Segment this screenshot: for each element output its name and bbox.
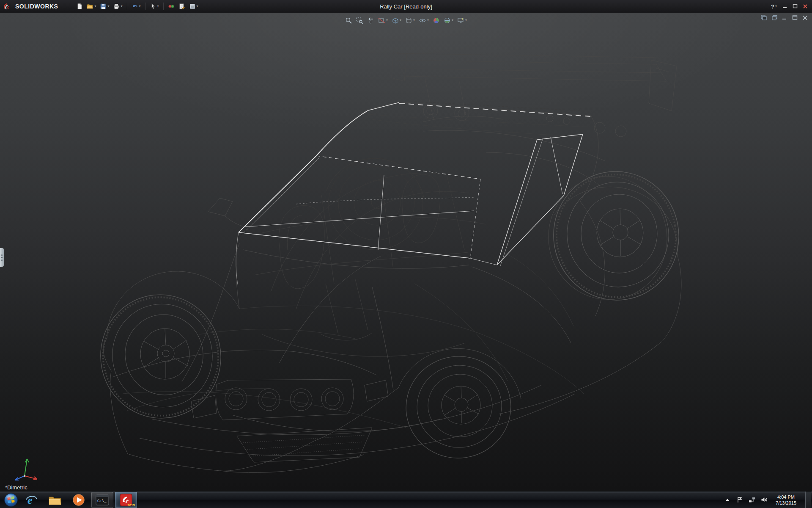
system-tray: 4:04 PM 7/13/2015 — [723, 491, 812, 508]
windows-start-icon — [4, 493, 18, 507]
zoom-to-area-button[interactable] — [355, 15, 364, 26]
doc-close-button[interactable] — [802, 15, 808, 20]
solidworks-logo: SOLIDWORKS — [0, 3, 64, 10]
display-style-icon — [405, 17, 412, 24]
flag-icon — [737, 497, 743, 503]
save-button[interactable]: ▾ — [99, 1, 110, 11]
network-button[interactable] — [748, 494, 756, 505]
svg-text:e: e — [27, 494, 33, 506]
chevron-down-icon: ▾ — [107, 5, 109, 8]
new-document-icon — [76, 3, 83, 10]
command-prompt-icon: C:\_ — [96, 494, 109, 505]
undo-button[interactable]: ▾ — [130, 1, 142, 11]
featuremanager-splitter-handle[interactable] — [0, 248, 4, 267]
solidworks-logo-icon — [3, 3, 13, 10]
chevron-down-icon: ▾ — [465, 19, 467, 22]
view-settings-button[interactable]: ▾ — [456, 15, 468, 26]
taskbar-item-command-prompt[interactable]: C:\_ — [91, 492, 113, 508]
apply-scene-button[interactable]: ▾ — [443, 15, 454, 26]
solidworks-version-badge: 2015 — [127, 503, 135, 507]
taskbar-item-windows-explorer[interactable] — [44, 492, 66, 508]
chevron-down-icon: ▾ — [386, 19, 388, 22]
chevron-down-icon: ▾ — [94, 5, 96, 8]
start-button[interactable] — [3, 491, 19, 508]
doc-minimize-button[interactable] — [782, 15, 787, 20]
section-view-button[interactable]: ▾ — [377, 15, 389, 26]
view-orientation-button[interactable]: ▾ — [391, 15, 402, 26]
toolbar-separator — [145, 3, 145, 10]
section-view-icon — [378, 17, 385, 24]
action-center-button[interactable] — [735, 494, 744, 505]
edit-appearance-button[interactable] — [432, 15, 441, 26]
heads-up-view-toolbar: ▾ ▾ ▾ ▾ — [344, 15, 468, 26]
close-button[interactable] — [803, 4, 808, 9]
graphics-area[interactable]: ▾ ▾ ▾ ▾ — [0, 13, 812, 491]
media-player-icon — [72, 494, 85, 506]
internet-explorer-icon: e — [25, 494, 38, 506]
taskbar-item-solidworks[interactable]: 2015 — [115, 492, 137, 508]
network-icon — [749, 497, 755, 503]
reference-triad — [8, 451, 41, 482]
taskbar-item-internet-explorer[interactable]: e — [20, 492, 42, 508]
eye-icon — [419, 17, 426, 24]
rally-car-wireframe — [0, 13, 812, 491]
svg-text:C:\_: C:\_ — [97, 499, 107, 503]
chevron-down-icon: ▾ — [452, 19, 453, 22]
rebuild-button[interactable] — [167, 1, 176, 11]
select-button[interactable]: ▾ — [148, 1, 160, 11]
chevron-down-icon: ▾ — [427, 19, 429, 22]
printer-icon — [113, 3, 120, 10]
help-button[interactable]: ? ▾ — [770, 1, 778, 11]
options-sheet-icon — [189, 3, 196, 10]
speaker-icon — [761, 497, 768, 503]
chevron-down-icon: ▾ — [157, 5, 159, 8]
zoom-to-area-icon — [356, 17, 363, 24]
toolbar-separator — [127, 3, 127, 10]
doc-restore-button[interactable] — [771, 15, 777, 20]
front-right-wheel — [400, 350, 518, 465]
previous-view-button[interactable] — [366, 15, 375, 26]
rebuild-icon — [168, 3, 175, 10]
open-button[interactable]: ▾ — [85, 1, 97, 11]
front-left-wheel — [89, 284, 233, 430]
undo-arrow-icon — [132, 3, 138, 10]
taskbar-clock[interactable]: 4:04 PM 7/13/2015 — [772, 494, 800, 506]
taskbar-item-media-player[interactable] — [68, 492, 90, 508]
minimize-button[interactable] — [782, 4, 787, 9]
zoom-to-fit-button[interactable] — [344, 15, 353, 26]
taskbar: e C:\_ 2015 — [0, 491, 812, 508]
clock-time: 4:04 PM — [776, 494, 796, 500]
show-hidden-icons-button[interactable] — [723, 494, 732, 505]
clock-date: 7/13/2015 — [776, 500, 796, 506]
save-floppy-icon — [100, 3, 107, 10]
doc-maximize-button[interactable] — [792, 15, 798, 20]
print-button[interactable]: ▾ — [112, 1, 123, 11]
chevron-down-icon: ▾ — [121, 5, 122, 8]
new-button[interactable] — [75, 1, 84, 11]
chevron-down-icon: ▾ — [413, 19, 415, 22]
display-style-button[interactable]: ▾ — [404, 15, 416, 26]
chevron-down-icon: ▾ — [197, 5, 198, 8]
chevron-down-icon: ▾ — [775, 5, 777, 8]
rear-right-wheel — [539, 162, 689, 310]
previous-view-icon — [367, 17, 374, 24]
select-cursor-icon — [150, 3, 156, 10]
appearance-ball-icon — [433, 17, 440, 24]
show-desktop-button[interactable] — [805, 491, 811, 508]
zoom-to-fit-icon — [345, 17, 352, 24]
volume-button[interactable] — [760, 494, 768, 505]
chevron-down-icon: ▾ — [400, 19, 401, 22]
up-arrow-icon — [726, 499, 729, 501]
hide-show-items-button[interactable]: ▾ — [418, 15, 430, 26]
scene-globe-icon — [444, 17, 451, 24]
document-title: Rally Car [Read-only] — [380, 3, 432, 10]
view-settings-icon — [457, 17, 464, 24]
maximize-button[interactable] — [793, 4, 798, 9]
main-toolbar: ▾ ▾ ▾ ▾ ▾ — [75, 1, 199, 11]
doc-new-window-button[interactable] — [761, 15, 767, 20]
options-button[interactable]: ▾ — [188, 1, 200, 11]
titlebar: SOLIDWORKS ▾ ▾ — [0, 0, 812, 13]
file-properties-button[interactable] — [177, 1, 187, 11]
open-folder-icon — [87, 3, 93, 10]
document-window-controls — [761, 15, 808, 20]
